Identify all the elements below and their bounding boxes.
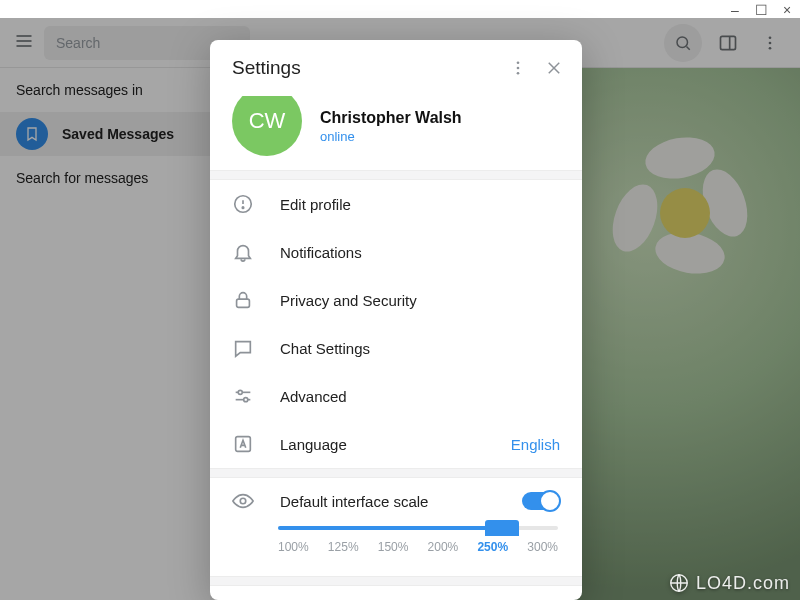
scale-toggle[interactable] [522,492,560,510]
menu-value: English [511,436,560,453]
scale-option[interactable]: 250% [477,540,508,554]
profile-name: Christopher Walsh [320,109,462,127]
notifications-icon [232,241,254,263]
watermark: LO4D.com [668,572,790,594]
menu-item-chat-settings[interactable]: Chat Settings [210,324,582,372]
avatar: CW [232,96,302,156]
svg-rect-18 [237,299,250,307]
settings-close-button[interactable] [536,50,572,86]
window-close-button[interactable]: × [778,2,796,18]
menu-label: Advanced [280,388,560,405]
window-minimize-button[interactable]: – [726,2,744,18]
menu-item-privacy[interactable]: Privacy and Security [210,276,582,324]
edit-profile-icon [232,193,254,215]
profile-status: online [320,129,462,144]
language-icon [232,433,254,455]
menu-label: Chat Settings [280,340,560,357]
profile-row[interactable]: CW Christopher Walsh online [210,96,582,170]
chat-settings-icon [232,337,254,359]
section-separator [210,576,582,586]
svg-point-17 [242,207,243,208]
scale-slider[interactable] [278,526,558,530]
scale-option[interactable]: 200% [428,540,459,554]
menu-item-notifications[interactable]: Notifications [210,228,582,276]
svg-point-24 [240,498,246,504]
scale-option[interactable]: 100% [278,540,309,554]
privacy-icon [232,289,254,311]
menu-label: Language [280,436,485,453]
eye-icon [232,490,254,512]
settings-modal: Settings CW Christopher Walsh online Edi… [210,40,582,600]
scale-label: Default interface scale [280,493,496,510]
menu-label: Privacy and Security [280,292,560,309]
menu-label: Notifications [280,244,560,261]
menu-label: Edit profile [280,196,560,213]
menu-item-advanced[interactable]: Advanced [210,372,582,420]
menu-item-edit-profile[interactable]: Edit profile [210,180,582,228]
svg-point-22 [244,398,248,402]
advanced-icon [232,385,254,407]
scale-option[interactable]: 150% [378,540,409,554]
svg-point-11 [517,67,520,70]
settings-more-icon[interactable] [500,50,536,86]
scale-option[interactable]: 300% [527,540,558,554]
svg-point-12 [517,72,520,75]
section-separator [210,170,582,180]
svg-point-20 [238,390,242,394]
section-separator [210,468,582,478]
svg-point-10 [517,61,520,64]
scale-option[interactable]: 125% [328,540,359,554]
settings-title: Settings [232,57,500,79]
window-maximize-button[interactable]: ☐ [752,2,770,18]
settings-header: Settings [210,40,582,96]
menu-item-language[interactable]: LanguageEnglish [210,420,582,468]
